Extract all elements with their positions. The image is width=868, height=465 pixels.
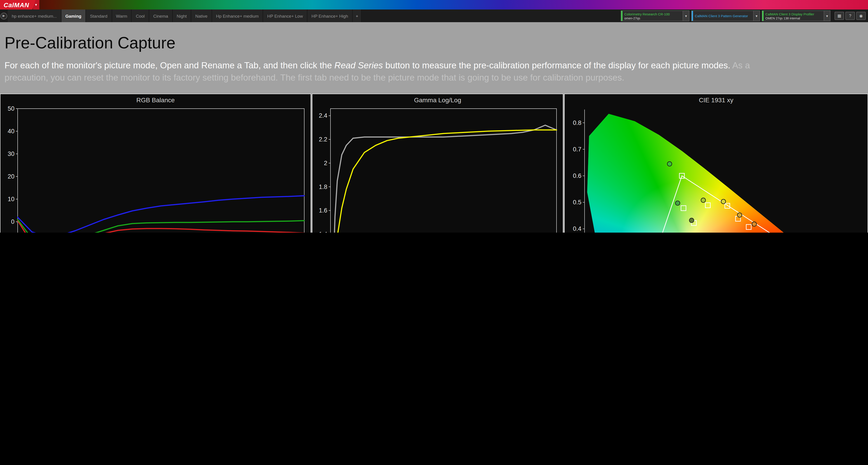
device-dropdown-2[interactable]: CalMAN Client 3 Pattern Generator▼ <box>691 10 760 21</box>
help-icon[interactable]: ? <box>845 12 855 20</box>
tab-cool[interactable]: Cool <box>132 9 149 22</box>
window-buttons: ▦?◉ <box>833 9 866 22</box>
svg-text:10: 10 <box>8 196 14 203</box>
device-dropdown-3[interactable]: CalMAN Client 3 Display ProfilerOMEN 27q… <box>762 10 831 21</box>
gamma-chart-title: Gamma Log/Log <box>312 94 563 105</box>
svg-text:2.4: 2.4 <box>319 112 327 119</box>
calman-app: CalMAN ▼ ▶ hp enhance+ medium...GamingSt… <box>0 0 868 233</box>
tab-warm[interactable]: Warm <box>112 9 132 22</box>
device-dropdown-arrow-icon[interactable]: ▼ <box>824 11 830 21</box>
device-name: CalMAN Client 3 Pattern Generator <box>695 14 751 18</box>
svg-text:0.8: 0.8 <box>573 119 581 126</box>
tab-scroll-icon[interactable]: ▶ <box>0 12 7 19</box>
rgb-balance-chart: RGB Balance 0102030405060708090100504030… <box>0 94 311 233</box>
svg-text:1.4: 1.4 <box>319 231 327 233</box>
svg-text:2: 2 <box>324 160 327 167</box>
device-name: Colorimetry Research CR-100 <box>624 12 681 16</box>
tab-[interactable]: + <box>352 9 362 22</box>
device-dropdown-arrow-icon[interactable]: ▼ <box>683 11 689 21</box>
tab-bar: ▶ hp enhance+ medium...GamingStandardWar… <box>0 9 868 22</box>
tab-scroll-button[interactable]: ▶ <box>0 9 8 22</box>
tab-gaming[interactable]: Gaming <box>61 9 86 22</box>
title-bar: CalMAN ▼ <box>0 0 868 9</box>
device-labels: Colorimetry Research CR-100omen-27qs <box>622 11 683 21</box>
tab-cinema[interactable]: Cinema <box>149 9 173 22</box>
device-labels: CalMAN Client 3 Pattern Generator <box>693 11 753 21</box>
tab-strip: hp enhance+ medium...GamingStandardWarmC… <box>8 9 362 22</box>
device-dropdown-arrow-icon[interactable]: ▼ <box>753 11 760 21</box>
gamma-chart: Gamma Log/Log 01020304050607080901002.42… <box>312 94 563 233</box>
instructions-part1: For each of the monitor's picture mode, … <box>4 60 334 70</box>
svg-text:0.5: 0.5 <box>573 199 581 206</box>
svg-text:1.8: 1.8 <box>319 183 327 190</box>
page-title: Pre-Calibration Capture <box>4 33 864 53</box>
tab-hp-enhance-medium[interactable]: Hp Enhance+ medium <box>212 9 264 22</box>
svg-text:30: 30 <box>8 150 14 157</box>
instructions-part2: button to measure the pre-calibration pe… <box>383 60 733 70</box>
svg-text:0: 0 <box>11 219 14 225</box>
cie-overlay: 00.10.20.30.40.50.60.70.800.10.20.30.40.… <box>565 105 868 233</box>
tab-night[interactable]: Night <box>173 9 191 22</box>
instructions-gray-2: precaution, you can reset the monitor to… <box>4 72 624 82</box>
svg-text:0.7: 0.7 <box>573 146 581 153</box>
calman-logo-menu[interactable]: CalMAN ▼ <box>0 0 39 9</box>
tab-hp-enhance-high[interactable]: HP Enhance+ High <box>307 9 352 22</box>
tab-spacer <box>362 9 619 22</box>
calman-logo[interactable]: CalMAN <box>0 0 35 9</box>
device-panels: Colorimetry Research CR-100omen-27qs▼Cal… <box>619 9 831 22</box>
cie-plot: 00.10.20.30.40.50.60.70.800.10.20.30.40.… <box>565 105 868 233</box>
instructions-read-series: Read Series <box>334 60 383 70</box>
device-name: CalMAN Client 3 Display Profiler <box>765 12 822 16</box>
svg-text:0.6: 0.6 <box>573 172 581 179</box>
device-dropdown-1[interactable]: Colorimetry Research CR-100omen-27qs▼ <box>621 10 689 21</box>
instructions-gray-1: As a <box>733 60 750 70</box>
svg-text:50: 50 <box>8 105 14 112</box>
svg-text:1.6: 1.6 <box>319 207 327 214</box>
charts-row: RGB Balance 0102030405060708090100504030… <box>0 94 868 233</box>
main-content: Pre-Calibration Capture For each of the … <box>0 33 868 233</box>
device-subname: OMEN 27qs 138 internal <box>765 17 822 20</box>
tab-standard[interactable]: Standard <box>86 9 112 22</box>
tab-hp-enhance-medium[interactable]: hp enhance+ medium... <box>8 9 61 22</box>
rgb-balance-plot: 010203040506070809010050403020100-10-20-… <box>0 105 311 233</box>
tab-hp-enhance-low[interactable]: HP Enhance+ Low <box>263 9 307 22</box>
power-icon[interactable]: ◉ <box>856 12 866 20</box>
cie-chart-title: CIE 1931 xy <box>565 94 868 105</box>
layout-grid-icon[interactable]: ▦ <box>835 12 844 20</box>
rgb-balance-chart-title: RGB Balance <box>0 94 311 105</box>
tab-native[interactable]: Native <box>191 9 212 22</box>
svg-text:0.4: 0.4 <box>573 225 581 232</box>
device-subname: omen-27qs <box>624 17 681 20</box>
cie-chart: CIE 1931 xy 00.10.20.30.40.50.60.70.800.… <box>564 94 868 233</box>
svg-text:20: 20 <box>8 173 14 180</box>
device-labels: CalMAN Client 3 Display ProfilerOMEN 27q… <box>764 11 824 21</box>
svg-text:40: 40 <box>8 128 14 135</box>
instructions: For each of the monitor's picture mode, … <box>4 59 864 84</box>
gamma-plot: 01020304050607080901002.42.221.81.61.41.… <box>312 105 563 233</box>
svg-text:2.2: 2.2 <box>319 136 327 143</box>
